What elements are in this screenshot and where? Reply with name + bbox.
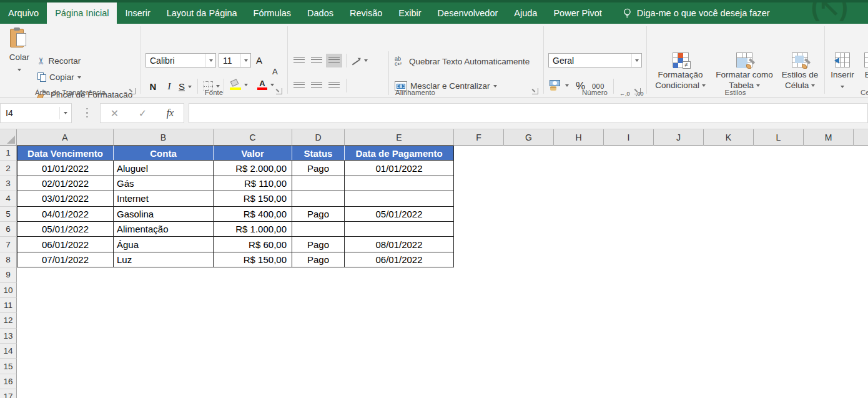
formula-bar-resize-handle[interactable] — [86, 108, 88, 118]
tab-pagina-inicial[interactable]: Página Inicial — [47, 2, 117, 24]
col-header-a[interactable]: A — [17, 129, 114, 146]
cell-a4[interactable]: 03/01/2022 — [17, 191, 114, 206]
format-as-table-button[interactable]: Formatar como Tabela — [713, 52, 776, 91]
tell-me-box[interactable]: Diga-me o que você deseja fazer — [623, 2, 770, 24]
sheet-row-14[interactable]: 14 — [0, 344, 868, 359]
row-header-4[interactable]: 4 — [0, 191, 17, 206]
cell-b7[interactable]: Água — [114, 237, 214, 252]
cell-b2[interactable]: Aluguel — [114, 161, 214, 176]
sheet-row-11[interactable]: 11 — [0, 298, 868, 313]
cell-b8[interactable]: Luz — [114, 252, 214, 267]
row-header-7[interactable]: 7 — [0, 237, 17, 252]
number-dialog-launcher[interactable] — [634, 88, 641, 94]
delete-cells-button[interactable]: Exc — [859, 52, 868, 80]
sheet-row-16[interactable]: 16 — [0, 374, 868, 389]
tab-revisao[interactable]: Revisão — [342, 2, 390, 24]
tab-exibir[interactable]: Exibir — [390, 2, 429, 24]
orientation-button[interactable] — [351, 56, 368, 65]
cell-b4[interactable]: Internet — [114, 191, 214, 206]
tab-layout-da-pagina[interactable]: Layout da Página — [159, 2, 245, 24]
paste-button[interactable]: Colar — [5, 27, 34, 90]
table-header-cell[interactable]: Conta — [114, 146, 214, 161]
cell-a5[interactable]: 04/01/2022 — [17, 207, 114, 222]
name-box[interactable]: I4 — [0, 103, 72, 123]
cell-a7[interactable]: 06/01/2022 — [17, 237, 114, 252]
table-header-cell[interactable]: Status — [292, 146, 345, 161]
cell-e7[interactable]: 08/01/2022 — [345, 237, 454, 252]
cell-c4[interactable]: R$ 150,00 — [214, 191, 292, 206]
formula-input[interactable] — [189, 103, 868, 123]
copy-button[interactable]: Copiar — [37, 72, 81, 82]
cell-d6[interactable] — [292, 222, 345, 237]
cell-c7[interactable]: R$ 60,00 — [214, 237, 292, 252]
col-header-j[interactable]: J — [654, 129, 704, 146]
cell-a6[interactable]: 05/01/2022 — [17, 222, 114, 237]
col-header-n-partial[interactable] — [854, 129, 868, 146]
cell-d4[interactable] — [292, 191, 345, 206]
cell-b3[interactable]: Gás — [114, 176, 214, 191]
tab-ajuda[interactable]: Ajuda — [506, 2, 545, 24]
tab-arquivo[interactable]: Arquivo — [0, 2, 47, 24]
row-header-6[interactable]: 6 — [0, 222, 17, 237]
alignment-dialog-launcher[interactable] — [532, 88, 538, 94]
cell-c2[interactable]: R$ 2.000,00 — [214, 161, 292, 176]
cell-e8[interactable]: 06/01/2022 — [345, 252, 454, 267]
col-header-f[interactable]: F — [454, 129, 504, 146]
cell-e3[interactable] — [345, 176, 454, 191]
row-header-8[interactable]: 8 — [0, 252, 17, 267]
sheet-row-12[interactable]: 12 — [0, 313, 868, 328]
col-header-h[interactable]: H — [554, 129, 604, 146]
table-header-cell[interactable]: Data de Pagamento — [345, 146, 454, 161]
col-header-e[interactable]: E — [345, 129, 454, 146]
col-header-g[interactable]: G — [504, 129, 554, 146]
cell-c5[interactable]: R$ 400,00 — [214, 207, 292, 222]
row-header-13[interactable]: 13 — [0, 329, 17, 344]
col-header-c[interactable]: C — [214, 129, 292, 146]
sheet-row-10[interactable]: 10 — [0, 283, 868, 298]
col-header-l[interactable]: L — [754, 129, 804, 146]
table-header-cell[interactable]: Data Vencimento — [17, 146, 114, 161]
number-format-select[interactable]: Geral — [548, 53, 642, 67]
cancel-icon[interactable]: ✕ — [111, 107, 119, 119]
cell-a8[interactable]: 07/01/2022 — [17, 252, 114, 267]
row-header-9[interactable]: 9 — [0, 267, 17, 282]
col-header-m[interactable]: M — [804, 129, 854, 146]
sheet-row-17[interactable]: 17 — [0, 389, 868, 398]
table-header-cell[interactable]: Valor — [214, 146, 292, 161]
tab-desenvolvedor[interactable]: Desenvolvedor — [430, 2, 506, 24]
cell-d7[interactable]: Pago — [292, 237, 345, 252]
tab-power-pivot[interactable]: Power Pivot — [545, 2, 609, 24]
sheet-row-13[interactable]: 13 — [0, 329, 868, 344]
row-header-2[interactable]: 2 — [0, 161, 17, 176]
cell-d8[interactable]: Pago — [292, 252, 345, 267]
col-header-i[interactable]: I — [604, 129, 654, 146]
insert-cells-button[interactable]: Inserir — [828, 52, 857, 92]
font-family-select[interactable]: Calibri — [145, 53, 216, 67]
col-header-b[interactable]: B — [114, 129, 214, 146]
cell-d2[interactable]: Pago — [292, 161, 345, 176]
font-size-select[interactable]: 11 — [219, 53, 251, 67]
align-top-button[interactable] — [291, 54, 307, 67]
sheet-row-15[interactable]: 15 — [0, 359, 868, 374]
cell-c8[interactable]: R$ 150,00 — [214, 252, 292, 267]
row-header-14[interactable]: 14 — [0, 344, 17, 359]
cell-c6[interactable]: R$ 1.000,00 — [214, 222, 292, 237]
row-header-3[interactable]: 3 — [0, 176, 17, 191]
wrap-text-button[interactable]: ab c↵ Quebrar Texto Automaticamente — [395, 56, 530, 66]
cell-e5[interactable]: 05/01/2022 — [345, 207, 454, 222]
clipboard-dialog-launcher[interactable] — [129, 88, 136, 94]
tab-dados[interactable]: Dados — [299, 2, 342, 24]
row-header-1[interactable]: 1 — [0, 146, 17, 161]
row-header-12[interactable]: 12 — [0, 313, 17, 328]
col-header-k[interactable]: K — [704, 129, 754, 146]
font-dialog-launcher[interactable] — [276, 88, 282, 94]
row-header-15[interactable]: 15 — [0, 359, 17, 374]
cell-e2[interactable]: 01/01/2022 — [345, 161, 454, 176]
insert-function-icon[interactable]: fx — [167, 107, 174, 119]
tab-inserir[interactable]: Inserir — [117, 2, 158, 24]
cell-b6[interactable]: Alimentação — [114, 222, 214, 237]
select-all-corner[interactable] — [0, 129, 17, 146]
row-header-17[interactable]: 17 — [0, 389, 17, 398]
row-header-10[interactable]: 10 — [0, 283, 17, 298]
cell-a2[interactable]: 01/01/2022 — [17, 161, 114, 176]
